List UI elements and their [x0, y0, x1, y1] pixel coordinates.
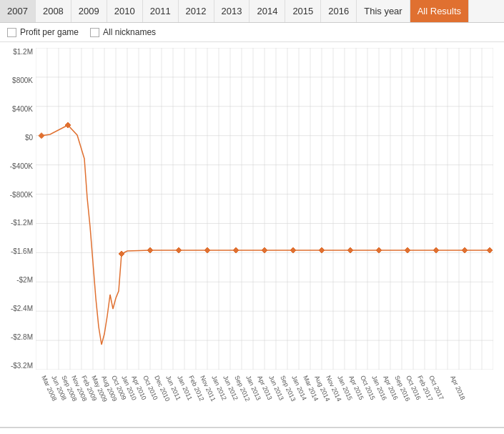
y-axis-labels: $1.2M $800K $400K $0 -$400K -$800K -$1.2…	[1, 48, 33, 370]
svg-marker-67	[462, 247, 468, 253]
y-label-1: $800K	[1, 77, 33, 84]
legend-profit-per-game[interactable]: Profit per game	[7, 27, 79, 37]
tab-2008[interactable]: 2008	[36, 0, 71, 22]
profit-per-game-label: Profit per game	[20, 27, 79, 37]
svg-marker-65	[405, 247, 410, 253]
y-label-7: -$1.6M	[1, 247, 33, 255]
chart-svg	[36, 48, 493, 370]
y-label-4: -$400K	[1, 162, 33, 170]
y-label-9: -$2.4M	[1, 305, 33, 312]
svg-marker-62	[319, 247, 325, 253]
legend-row: Profit per game All nicknames	[0, 23, 504, 42]
y-label-5: -$800K	[1, 191, 33, 199]
tab-2015[interactable]: 2015	[285, 0, 321, 22]
svg-marker-59	[233, 247, 239, 253]
x-labels-svg: Mar 2008 Jun 2008 Sep 2008 Nov 2008 Feb …	[36, 370, 493, 427]
tab-2016[interactable]: 2016	[321, 0, 357, 22]
svg-marker-64	[376, 247, 382, 253]
profit-per-game-checkbox[interactable]	[7, 28, 16, 37]
tab-2009[interactable]: 2009	[71, 0, 107, 22]
x-axis-labels: Mar 2008 Jun 2008 Sep 2008 Nov 2008 Feb …	[36, 370, 493, 427]
svg-marker-56	[147, 247, 153, 253]
svg-marker-53	[39, 133, 44, 139]
tab-this-year[interactable]: This year	[357, 0, 410, 22]
svg-marker-58	[204, 247, 210, 253]
svg-marker-68	[487, 247, 493, 253]
tab-2012[interactable]: 2012	[179, 0, 214, 22]
stats-footer: Profit: -$1,570,699 Win/hand: $-26.15 Ha…	[0, 428, 504, 434]
svg-marker-55	[119, 251, 124, 257]
svg-text:Apr 2018: Apr 2018	[449, 375, 467, 401]
svg-marker-66	[433, 247, 439, 253]
year-tabs-bar: 2007 2008 2009 2010 2011 2012 2013 2014 …	[0, 0, 504, 23]
y-label-3: $0	[1, 134, 33, 142]
y-label-11: -$3.2M	[1, 362, 33, 370]
svg-marker-63	[347, 247, 353, 253]
all-nicknames-label: All nicknames	[103, 27, 156, 37]
chart-container: $1.2M $800K $400K $0 -$400K -$800K -$1.2…	[0, 42, 504, 428]
tab-2013[interactable]: 2013	[214, 0, 250, 22]
tab-2014[interactable]: 2014	[249, 0, 285, 22]
chart-inner: $1.2M $800K $400K $0 -$400K -$800K -$1.2…	[36, 48, 493, 370]
tab-2010[interactable]: 2010	[107, 0, 143, 22]
all-nicknames-checkbox[interactable]	[90, 28, 99, 37]
svg-marker-60	[262, 247, 267, 253]
tab-2011[interactable]: 2011	[143, 0, 179, 22]
svg-marker-57	[176, 247, 182, 253]
y-label-2: $400K	[1, 105, 33, 113]
y-label-0: $1.2M	[1, 48, 33, 56]
tab-all-results[interactable]: All Results	[410, 0, 469, 22]
y-label-6: -$1.2M	[1, 219, 33, 227]
tab-2007[interactable]: 2007	[0, 0, 36, 22]
y-label-8: -$2M	[1, 276, 33, 284]
legend-all-nicknames[interactable]: All nicknames	[90, 27, 156, 37]
svg-marker-61	[290, 247, 296, 253]
y-label-10: -$2.8M	[1, 333, 33, 341]
